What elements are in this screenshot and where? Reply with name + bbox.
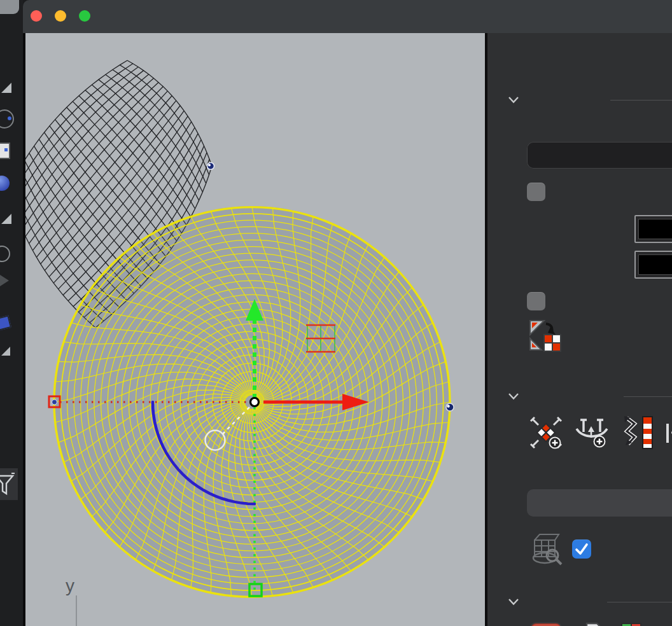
edit-seam-icon[interactable] [620,415,655,450]
chevron-down-icon [508,393,519,400]
copy-uv-icon[interactable] [575,622,606,626]
zoom-uv-icon[interactable] [529,622,563,626]
flyout-arrow-icon[interactable] [1,83,11,93]
section-rule [610,100,672,101]
checkmark-icon [572,539,591,559]
pin-curve-add-icon[interactable] [574,415,610,450]
dark-arrow-icon[interactable] [0,275,9,286]
uv-islands-collapse-chevron[interactable] [508,96,519,104]
section-rule [624,396,672,397]
section-rule [607,602,672,602]
sphere-tool-icon[interactable] [0,176,10,191]
unused-color-swatch[interactable] [634,251,672,279]
chevron-down-icon [508,96,519,104]
blue-tool-icon[interactable] [0,315,11,331]
minimize-window-icon[interactable] [55,10,66,22]
close-window-icon[interactable] [31,10,42,22]
apply-uv-icon[interactable] [528,319,563,353]
unwrap-add-icon[interactable] [528,415,564,450]
uv-editor-settings-panel [487,33,672,626]
mapping-channel-input[interactable] [527,142,672,169]
flyout-arrow-icon[interactable] [1,347,10,356]
gumball-icon[interactable] [0,109,14,129]
hide-unused-islands-checkbox[interactable] [527,183,545,201]
clipped-extra-icon[interactable] [666,415,672,450]
chevron-down-icon [508,598,519,606]
automatic-checkbox[interactable] [572,539,591,559]
panel-page-icon[interactable] [0,143,10,159]
filter-funnel-icon[interactable] [0,468,18,500]
uv-canvas-drawing[interactable]: y [25,33,485,626]
window-titlebar[interactable] [23,0,672,34]
host-toolbar-blob [0,0,19,14]
viewport-collapse-chevron[interactable] [508,598,519,606]
check-mesh-icon [527,531,564,567]
uv-editor-canvas[interactable]: y [23,33,487,626]
mesh-color-swatch[interactable] [634,215,672,243]
zoom-window-icon[interactable] [79,10,90,22]
show-on-model-checkbox[interactable] [527,292,545,310]
y-axis-label: y [66,576,74,595]
unwrap-method-dropdown[interactable] [527,489,672,517]
unwrapping-collapse-chevron[interactable] [508,393,519,400]
host-app-left-toolbar [0,0,23,626]
circle-tool-icon[interactable] [0,246,10,262]
save-texture-icon[interactable] [620,622,654,626]
flyout-arrow-icon[interactable] [1,214,11,224]
